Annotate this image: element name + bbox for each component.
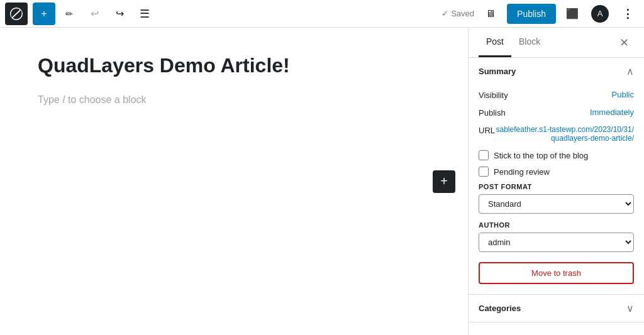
block-placeholder[interactable]: Type / to choose a block: [38, 94, 430, 106]
toolbar-left: + ✏ ↩ ↪ ☰: [5, 3, 156, 25]
main-layout: QuadLayers Demo Article! Type / to choos…: [0, 28, 644, 335]
saved-label: Saved: [451, 9, 474, 18]
visibility-row: Visibility Public: [479, 90, 634, 100]
more-icon: ⋮: [622, 7, 633, 21]
monitor-icon: 🖥: [486, 8, 496, 19]
list-icon: ☰: [140, 7, 150, 21]
author-select[interactable]: admin: [479, 233, 634, 252]
more-options-button[interactable]: ⋮: [616, 3, 639, 25]
stick-checkbox[interactable]: [479, 150, 489, 160]
categories-expand-icon: ∨: [626, 302, 634, 314]
publish-row: Publish Immediately: [479, 107, 634, 118]
wp-logo-icon: [10, 8, 23, 20]
collapse-icon: ∧: [626, 65, 634, 77]
publish-button[interactable]: Publish: [507, 4, 556, 24]
redo-button[interactable]: ↪: [108, 3, 131, 25]
sidebar-tabs: Post Block: [479, 28, 614, 57]
url-row: URL sablefeather.s1-tastewp.com/2023/10/…: [479, 125, 634, 143]
view-button[interactable]: 🖥: [479, 3, 502, 25]
categories-title: Categories: [479, 304, 521, 313]
avatar-button[interactable]: A: [589, 3, 611, 25]
pending-checkbox[interactable]: [479, 167, 489, 177]
plus-icon: +: [440, 174, 448, 189]
undo-icon: ↩: [91, 8, 99, 19]
summary-title: Summary: [479, 67, 516, 76]
post-format-field: POST FORMAT Standard Aside Image Video Q…: [479, 183, 634, 214]
check-icon: ✓: [441, 9, 448, 18]
redo-icon: ↪: [116, 8, 124, 19]
post-format-select[interactable]: Standard Aside Image Video Quote Link Ga…: [479, 194, 634, 214]
add-block-button[interactable]: +: [33, 3, 55, 25]
list-view-button[interactable]: ☰: [133, 3, 156, 25]
categories-header[interactable]: Categories ∨: [469, 295, 644, 322]
wp-logo[interactable]: [5, 3, 28, 25]
settings-icon: ⬛: [566, 8, 579, 19]
publish-value[interactable]: Immediately: [590, 107, 634, 117]
author-field: AUTHOR admin: [479, 221, 634, 252]
add-block-floating-button[interactable]: +: [433, 170, 455, 193]
article-title[interactable]: QuadLayers Demo Article!: [38, 53, 430, 79]
pencil-icon: ✏: [65, 9, 73, 19]
visibility-value[interactable]: Public: [612, 90, 634, 99]
post-format-label: POST FORMAT: [479, 183, 634, 190]
sidebar-close-button[interactable]: ✕: [614, 33, 634, 53]
categories-section: Categories ∨: [469, 295, 644, 322]
tools-button[interactable]: ✏: [58, 3, 80, 25]
url-value[interactable]: sablefeather.s1-tastewp.com/2023/10/31/q…: [495, 125, 634, 143]
summary-section: Summary ∧ Visibility Public Publish Imme…: [469, 58, 644, 295]
stick-label: Stick to the top of the blog: [494, 151, 588, 160]
pending-label: Pending review: [494, 167, 550, 177]
avatar-icon: A: [591, 5, 609, 23]
summary-body: Visibility Public Publish Immediately UR…: [469, 85, 644, 294]
pending-checkbox-row: Pending review: [479, 167, 634, 177]
publish-label: Publish: [479, 107, 506, 118]
author-label: AUTHOR: [479, 221, 634, 229]
toolbar: + ✏ ↩ ↪ ☰ ✓ Saved 🖥 Publish ⬛ A ⋮: [0, 0, 644, 28]
sidebar-header: Post Block ✕: [469, 28, 644, 58]
saved-status: ✓ Saved: [441, 9, 474, 18]
visibility-label: Visibility: [479, 90, 508, 100]
plus-icon: +: [41, 8, 47, 19]
trash-button[interactable]: Move to trash: [479, 262, 634, 284]
toolbar-right: ✓ Saved 🖥 Publish ⬛ A ⋮: [441, 3, 639, 25]
undo-button[interactable]: ↩: [83, 3, 106, 25]
stick-checkbox-row: Stick to the top of the blog: [479, 150, 634, 160]
tab-post[interactable]: Post: [479, 28, 511, 57]
url-label: URL: [479, 125, 495, 135]
sidebar: Post Block ✕ Summary ∧ Visibility Public…: [468, 28, 644, 335]
summary-header[interactable]: Summary ∧: [469, 58, 644, 85]
editor-area[interactable]: QuadLayers Demo Article! Type / to choos…: [0, 28, 468, 335]
tab-block[interactable]: Block: [511, 28, 548, 57]
settings-button[interactable]: ⬛: [561, 3, 584, 25]
